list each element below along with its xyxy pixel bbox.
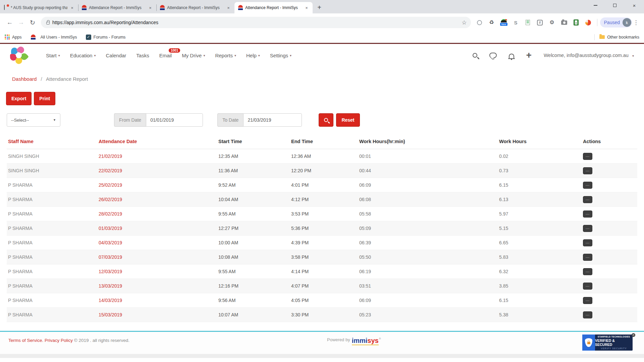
terms-link[interactable]: Terms of Service. [8,338,43,343]
attendance-date-cell[interactable]: 26/02/2019 [97,192,217,207]
from-date-input[interactable] [146,113,203,127]
bookmark-label: All Users - ImmiSys [41,35,77,40]
staff-select-dropdown[interactable]: --Select-- ▼ [7,113,60,127]
attendance-date-cell[interactable]: 01/03/2019 [97,221,217,236]
tab-title: Attendance Report - ImmiSys [167,5,224,10]
attendance-date-cell[interactable]: 12/03/2019 [97,264,217,279]
minimize-button[interactable] [586,0,605,11]
extension-camera-icon[interactable] [559,17,569,28]
nav-item-start[interactable]: Start▾ [46,53,60,58]
attendance-date-cell[interactable]: 14/03/2019 [97,293,217,308]
tab-attendance-report-active[interactable]: Attendance Report - ImmiSys × [234,2,313,13]
search-icon[interactable] [473,53,477,58]
profile-paused-badge[interactable]: Paused k [600,17,632,27]
close-icon[interactable]: × [304,5,309,10]
start-time-cell: 10:08 AM [217,250,290,264]
column-header-attendance-date[interactable]: Attendance Date [97,136,217,149]
attendance-date-cell[interactable]: 13/03/2019 [97,279,217,293]
reload-icon[interactable]: ↻ [27,17,38,28]
privacy-link[interactable]: Privacy Policy [45,338,73,343]
welcome-menu[interactable]: Welcome, info@ausstudygroup.com.au ▾ [544,53,634,58]
close-icon[interactable]: × [69,5,75,10]
nav-item-help[interactable]: Help▾ [246,53,260,58]
new-tab-button[interactable]: + [315,3,324,12]
row-actions-button[interactable]: ... [583,297,592,304]
maximize-button[interactable] [605,0,625,11]
row-actions-button[interactable]: ... [583,239,592,246]
extension-pie-icon[interactable] [583,17,593,28]
chat-icon[interactable] [489,53,497,58]
nav-item-education[interactable]: Education▾ [70,53,96,58]
browser-menu-icon[interactable]: ⋮ [632,19,640,26]
row-actions-button[interactable]: ... [583,210,592,218]
row-actions-button[interactable]: ... [583,182,592,189]
extension-recycle-icon[interactable]: ♻ [487,17,497,28]
bookmark-apps[interactable]: Apps [5,35,22,40]
bookmark-star-icon[interactable]: ☆ [462,19,467,26]
folder-icon [599,35,605,39]
back-icon[interactable]: ← [4,17,15,28]
attendance-date-cell[interactable]: 04/03/2019 [97,236,217,250]
document-favicon [3,5,9,10]
row-actions-button[interactable]: ... [583,268,592,275]
close-icon[interactable]: × [148,5,153,10]
start-time-cell: 9:56 AM [217,293,290,308]
nav-item-settings[interactable]: Settings▾ [270,53,291,58]
extension-door-icon[interactable] [571,17,581,28]
close-icon[interactable]: × [226,5,231,10]
verified-secured-seal[interactable]: STARFIELD TECHNOLOGIES VERIFIED & SECURE… [582,335,633,351]
attendance-date-cell[interactable]: 25/02/2019 [97,178,217,192]
search-button[interactable] [319,113,333,127]
breadcrumb-dashboard-link[interactable]: Dashboard [12,76,37,82]
nav-item-email[interactable]: Email1001 [159,53,172,58]
bookmark-all-users[interactable]: All Users - ImmiSys [31,35,77,40]
column-header-end-time: End Time [290,136,358,149]
forward-icon[interactable]: → [15,17,27,28]
notifications-bell-icon[interactable] [509,54,514,58]
row-actions-button[interactable]: ... [583,167,592,174]
chevron-down-icon: ▾ [632,54,634,58]
quick-add-icon[interactable]: + [526,51,532,60]
work-hours-min-cell: 06:09 [358,178,498,192]
row-actions-button[interactable]: ... [583,196,592,203]
reset-button[interactable]: Reset [336,113,360,127]
nav-item-reports[interactable]: Reports▾ [215,53,236,58]
extension-skype-icon[interactable]: S [511,17,521,28]
attendance-date-cell[interactable]: 21/02/2019 [97,149,217,164]
window-close-button[interactable]: × [625,0,644,11]
address-bar[interactable]: https://app.immisys.com.au/Reporting/Att… [41,17,471,28]
breadcrumb: Dashboard / Attendance Report [12,76,644,82]
column-header-staff-name[interactable]: Staff Name [7,136,97,149]
url-text[interactable]: https://app.immisys.com.au/Reporting/Att… [52,20,459,25]
footer: Terms of Service. Privacy Policy © 2019 … [0,331,644,354]
row-actions-button[interactable]: ... [583,283,592,290]
bookmark-forums[interactable]: ✓ Forums - Forums [86,35,126,40]
extension-gear-icon[interactable]: ⚙ [547,17,557,28]
row-actions-button[interactable]: ... [583,225,592,232]
to-date-input[interactable] [243,113,302,127]
end-time-cell: 4:01 PM [290,178,358,192]
row-actions-button[interactable]: ... [583,254,592,261]
attendance-date-cell[interactable]: 07/03/2019 [97,250,217,264]
aus-study-group-logo[interactable] [10,47,28,64]
extension-grid-icon[interactable]: # [535,17,545,28]
nav-item-tasks[interactable]: Tasks [136,53,149,58]
nav-item-calendar[interactable]: Calendar [106,53,126,58]
print-button[interactable]: Print [34,92,55,105]
tab-aus-study-group[interactable]: * AUS Study group reporting tha × [0,2,78,13]
extension-speedtest-icon[interactable]: New [499,17,509,28]
table-row: P SHARMA14/03/20199:56 AM4:05 PM06:096.1… [7,293,637,308]
extension-circle-icon[interactable] [475,17,485,28]
export-button[interactable]: Export [6,92,32,105]
avatar[interactable]: k [623,18,631,27]
tab-attendance-report-1[interactable]: Attendance Report - ImmiSys × [78,2,156,13]
extension-sheet-icon[interactable] [523,17,533,28]
tab-attendance-report-2[interactable]: Attendance Report - ImmiSys × [156,2,234,13]
attendance-date-cell[interactable]: 22/02/2019 [97,164,217,178]
attendance-date-cell[interactable]: 15/03/2019 [97,308,217,322]
nav-item-my-drive[interactable]: My Drive▾ [182,53,205,58]
row-actions-button[interactable]: ... [583,153,592,160]
other-bookmarks-label[interactable]: Other bookmarks [607,35,639,40]
row-actions-button[interactable]: ... [583,311,592,318]
attendance-date-cell[interactable]: 28/02/2019 [97,207,217,221]
